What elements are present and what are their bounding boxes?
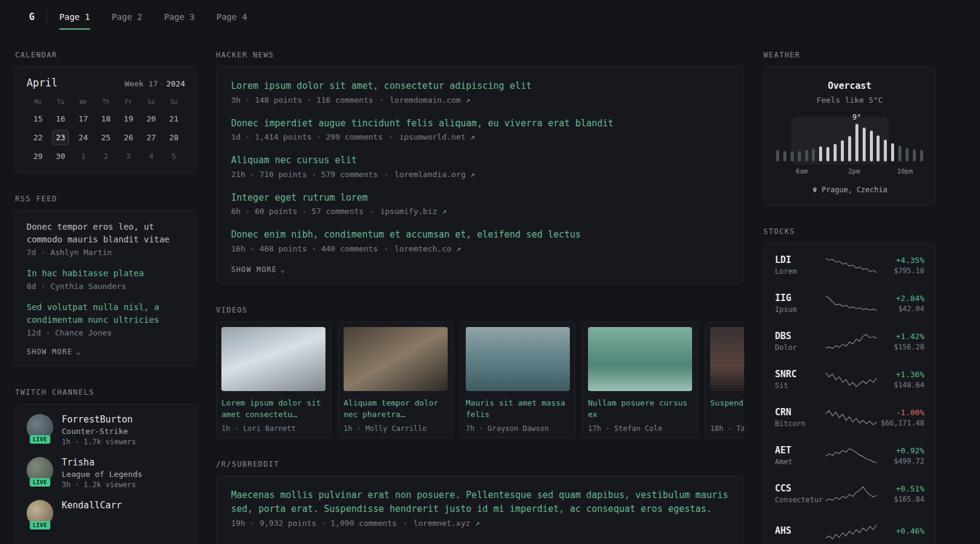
hn-item: Lorem ipsum dolor sit amet, consectetur … <box>231 79 729 105</box>
video-thumbnail <box>588 327 692 391</box>
weather-location-label: Prague, Czechia <box>822 186 887 194</box>
hn-item-title[interactable]: Lorem ipsum dolor sit amet, consectetur … <box>231 79 729 93</box>
hn-item-domain[interactable]: loremtech.co <box>394 244 451 253</box>
hn-show-more-button[interactable]: SHOW MORE ⌄ <box>231 265 729 274</box>
video-card[interactable]: Nullam posuere cursus ex 17h · Stefan Co… <box>583 322 697 438</box>
stock-values: +1.36% $148.64 <box>878 370 924 389</box>
stock-row[interactable]: AET Amet +0.92% $499.72 <box>775 436 924 474</box>
live-badge: LIVE <box>30 478 50 487</box>
dot-separator: · <box>368 207 376 216</box>
calendar-dow: Sa <box>140 99 162 108</box>
left-column: CALENDAR April Week 17·2024 Mo Tu We Th … <box>15 51 197 544</box>
subreddit-post: Maecenas mollis pulvinar erat non posuer… <box>231 488 729 528</box>
video-title: Mauris sit amet massa felis <box>466 397 570 421</box>
hn-item-title[interactable]: Donec enim nibh, condimentum et accumsan… <box>231 228 729 242</box>
calendar-grid: Mo Tu We Th Fr Sa Su 15 16 17 18 19 20 2… <box>27 99 185 164</box>
video-title: Suspendisse diam <box>710 397 744 421</box>
hn-item: Aliquam nec cursus elit 21h · 710 points… <box>231 154 729 179</box>
video-card[interactable]: Suspendisse diam 18h · Tara <box>705 322 744 438</box>
stock-name: Consectetur <box>775 496 825 504</box>
twitch-widget: TWITCH CHANNELS LIVE ForrestBurton Count… <box>15 388 197 544</box>
show-more-label: SHOW MORE <box>231 265 277 274</box>
calendar-day: 27 <box>140 130 162 145</box>
stock-ticker: IIG <box>775 293 825 303</box>
weather-location: Prague, Czechia <box>775 186 924 194</box>
hn-item-domain[interactable]: loremdomain.com <box>390 96 460 105</box>
video-thumbnail <box>344 327 448 391</box>
hn-item-stats: 3h · 148 points · 116 comments <box>231 96 373 105</box>
stock-values: -1.00% $66,171.48 <box>878 408 924 427</box>
twitch-channel[interactable]: LIVE Trisha League of Legends 3h · 1.2k … <box>27 457 185 489</box>
rss-item-title[interactable]: Sed volutpat nulla nisl, a condimentum n… <box>27 301 185 326</box>
stock-row[interactable]: LDI Lorem +4.35% $795.18 <box>775 246 924 284</box>
calendar-day-next-month: 4 <box>140 149 162 164</box>
rss-show-more-button[interactable]: SHOW MORE ⌄ <box>27 348 185 356</box>
stock-id: SNRC Sit <box>775 369 825 390</box>
calendar-day-selected: 23 <box>52 130 68 145</box>
rss-item-title[interactable]: In hac habitasse platea <box>27 267 185 280</box>
stock-change: -1.00% <box>878 408 924 417</box>
tab-page-3[interactable]: Page 3 <box>164 0 195 34</box>
twitch-channel[interactable]: LIVE ForrestBurton Counter-Strike 1h · 1… <box>27 414 185 446</box>
rss-item-title[interactable]: Donec tempor eros leo, ut commodo mauris… <box>27 221 185 246</box>
chevron-down-icon: ⌄ <box>281 265 286 274</box>
channel-game: League of Legends <box>62 470 142 479</box>
video-meta: 1h · Lori Barnett <box>221 424 325 433</box>
video-thumbnail <box>710 327 744 391</box>
video-card[interactable]: Lorem ipsum dolor sit amet consectetu… 1… <box>216 322 331 438</box>
video-title: Lorem ipsum dolor sit amet consectetu… <box>221 397 325 421</box>
section-title-hackernews: HACKER NEWS <box>216 51 744 59</box>
stock-row[interactable]: IIG Ipsum +2.84% $42.04 <box>775 284 924 322</box>
tab-page-2[interactable]: Page 2 <box>112 0 143 34</box>
stock-row[interactable]: AHS +0.46% <box>775 513 924 544</box>
calendar-dow: Mo <box>27 99 49 108</box>
hn-item-title[interactable]: Aliquam nec cursus elit <box>231 154 729 167</box>
twitch-channel[interactable]: LIVE KendallCarr <box>27 500 185 526</box>
hn-item-meta: 21h · 710 points · 579 comments · loreml… <box>231 170 729 179</box>
dot-separator: · <box>158 79 166 88</box>
rss-widget: RSS FEED Donec tempor eros leo, ut commo… <box>15 195 197 366</box>
calendar-dow: Tu <box>49 99 71 108</box>
tab-page-4[interactable]: Page 4 <box>217 0 247 34</box>
hn-item-domain[interactable]: ipsumify.biz <box>381 207 437 216</box>
video-card[interactable]: Aliquam tempor dolor nec pharetra… 1h · … <box>338 322 453 438</box>
stock-price: $148.64 <box>878 381 924 389</box>
subreddit-post-domain[interactable]: loremnet.xyz <box>413 519 470 528</box>
calendar-day-next-month: 1 <box>72 149 94 164</box>
weather-widget: WEATHER Overcast Feels like 5°C 9° 6am 2… <box>763 51 936 206</box>
hn-item-title[interactable]: Donec imperdiet augue tincidunt felis al… <box>231 117 729 131</box>
live-badge: LIVE <box>30 521 50 529</box>
app-logo[interactable]: G <box>29 11 34 22</box>
videos-widget: VIDEOS Lorem ipsum dolor sit amet consec… <box>216 306 744 438</box>
subreddit-card: Maecenas mollis pulvinar erat non posuer… <box>216 476 744 544</box>
calendar-day: 21 <box>163 111 185 126</box>
stock-row[interactable]: CRN Bitcorn -1.00% $66,171.48 <box>775 398 924 436</box>
time-label: 10pm <box>897 167 913 175</box>
external-link-icon: ↗ <box>470 132 475 141</box>
avatar: LIVE <box>27 457 53 484</box>
stock-row[interactable]: DBS Dolor +1.42% $156.28 <box>775 322 924 360</box>
stock-values: +0.92% $499.72 <box>878 446 924 465</box>
external-link-icon: ↗ <box>466 96 471 105</box>
hn-item-domain[interactable]: loremlandia.org <box>394 170 465 179</box>
rss-item: Donec tempor eros leo, ut commodo mauris… <box>27 221 185 257</box>
tab-page-1[interactable]: Page 1 <box>59 0 90 34</box>
hn-item-domain[interactable]: ipsumworld.net <box>399 132 466 141</box>
center-column: HACKER NEWS Lorem ipsum dolor sit amet, … <box>216 51 744 544</box>
stock-row[interactable]: CCS Consectetur +0.51% $165.84 <box>775 474 924 513</box>
hn-item-title[interactable]: Integer eget rutrum lorem <box>231 191 729 205</box>
video-card[interactable]: Mauris sit amet massa felis 7h · Grayson… <box>460 322 575 438</box>
stock-ticker: LDI <box>775 254 825 265</box>
video-meta: 7h · Grayson Dawson <box>466 424 570 433</box>
stock-change: +0.46% <box>878 526 924 536</box>
stock-values: +4.35% $795.18 <box>878 256 924 275</box>
subreddit-post-title[interactable]: Maecenas mollis pulvinar erat non posuer… <box>231 488 729 517</box>
stock-id: LDI Lorem <box>775 254 825 276</box>
stock-row[interactable]: SNRC Sit +1.36% $148.64 <box>775 360 924 398</box>
stock-id: AET Amet <box>775 445 825 466</box>
stock-ticker: AET <box>775 445 825 456</box>
calendar-week: Week 17 <box>125 79 158 88</box>
calendar-year: 2024 <box>166 79 185 88</box>
stock-name: Dolor <box>775 343 825 352</box>
location-pin-icon <box>812 186 818 194</box>
